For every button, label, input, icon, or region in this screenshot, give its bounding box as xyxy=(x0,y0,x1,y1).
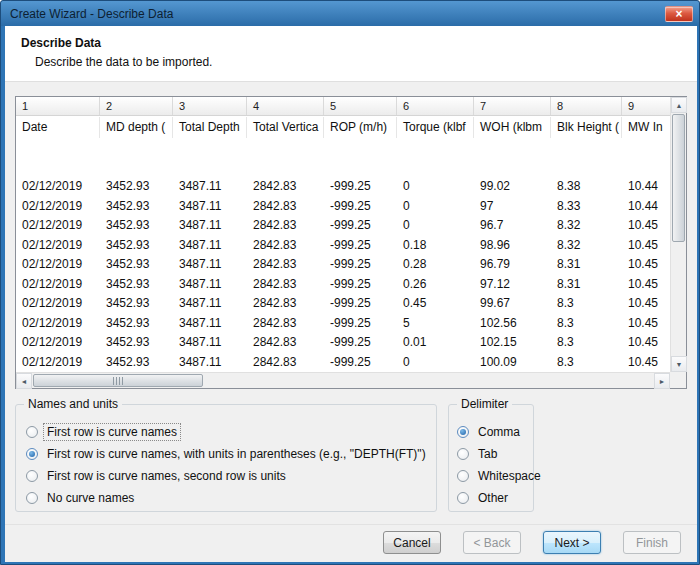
horizontal-scroll-thumb[interactable] xyxy=(33,374,203,387)
radio-label: Other xyxy=(475,490,511,506)
table-cell: 02/12/2019 xyxy=(16,197,100,217)
radio-button-icon xyxy=(457,426,469,438)
table-cell: 0 xyxy=(397,216,474,236)
table-cell: 3452.93 xyxy=(100,353,173,373)
column-index-header[interactable]: 9 xyxy=(622,97,670,115)
delimiter-radio-whitespace[interactable]: Whitespace xyxy=(457,465,533,487)
delimiter-groupbox: Delimiter CommaTabWhitespaceOther xyxy=(448,404,534,512)
close-icon: × xyxy=(675,7,682,21)
dialog-content: Describe Data Describe the data to be im… xyxy=(5,26,697,562)
column-index-header[interactable]: 4 xyxy=(247,97,324,115)
names-radio-first-row-is-curve-names[interactable]: First row is curve names xyxy=(26,421,436,443)
delimiter-radio-tab[interactable]: Tab xyxy=(457,443,533,465)
table-cell: 96.7 xyxy=(474,216,551,236)
page-title: Describe Data xyxy=(21,36,697,50)
scroll-right-button[interactable]: ► xyxy=(654,373,670,389)
table-cell: 10.45 xyxy=(622,275,670,295)
titlebar[interactable]: Create Wizard - Describe Data × xyxy=(1,1,699,26)
names-radio-no-curve-names[interactable]: No curve names xyxy=(26,487,436,509)
table-cell: 02/12/2019 xyxy=(16,333,100,353)
column-index-header[interactable]: 2 xyxy=(100,97,173,115)
table-row[interactable]: 02/12/20193452.933487.112842.83-999.250.… xyxy=(16,255,670,275)
table-cell: 3452.93 xyxy=(100,294,173,314)
table-cell: 02/12/2019 xyxy=(16,177,100,197)
table-cell: 2842.83 xyxy=(247,333,324,353)
table-cell: 10.45 xyxy=(622,236,670,256)
vertical-scroll-thumb[interactable] xyxy=(672,114,685,242)
back-button[interactable]: < Back xyxy=(463,531,521,554)
table-row[interactable]: 02/12/20193452.933487.112842.83-999.2509… xyxy=(16,216,670,236)
next-button[interactable]: Next > xyxy=(543,531,601,554)
column-index-header[interactable]: 1 xyxy=(16,97,100,115)
table-cell: 99.67 xyxy=(474,294,551,314)
table-row[interactable]: 02/12/20193452.933487.112842.83-999.250.… xyxy=(16,294,670,314)
scroll-left-button[interactable]: ◄ xyxy=(16,373,32,389)
table-cell: 97.12 xyxy=(474,275,551,295)
vertical-scrollbar[interactable]: ▲ ▼ xyxy=(670,97,686,372)
table-cell: 2842.83 xyxy=(247,275,324,295)
delimiter-radio-other[interactable]: Other xyxy=(457,487,533,509)
column-index-header[interactable]: 5 xyxy=(324,97,397,115)
table-cell: 3487.11 xyxy=(173,294,247,314)
table-cell: 3487.11 xyxy=(173,353,247,373)
table-cell: 102.56 xyxy=(474,314,551,334)
column-name-header: Total Vertica xyxy=(247,117,324,138)
radio-button-icon xyxy=(26,448,38,460)
table-cell: -999.25 xyxy=(324,353,397,373)
table-cell: -999.25 xyxy=(324,236,397,256)
radio-label: Tab xyxy=(475,446,500,462)
radio-button-icon xyxy=(26,426,38,438)
table-cell: 2842.83 xyxy=(247,353,324,373)
table-cell: 10.45 xyxy=(622,294,670,314)
table-row[interactable]: 02/12/20193452.933487.112842.83-999.250.… xyxy=(16,333,670,353)
table-cell: 8.31 xyxy=(551,275,622,295)
column-index-header[interactable]: 8 xyxy=(551,97,622,115)
table-cell: 102.15 xyxy=(474,333,551,353)
table-row[interactable]: 02/12/20193452.933487.112842.83-999.250.… xyxy=(16,236,670,256)
table-cell: -999.25 xyxy=(324,255,397,275)
window-title: Create Wizard - Describe Data xyxy=(10,7,173,21)
wizard-header: Describe Data Describe the data to be im… xyxy=(5,26,697,82)
table-cell: 3452.93 xyxy=(100,216,173,236)
table-cell: 2842.83 xyxy=(247,236,324,256)
table-cell: 2842.83 xyxy=(247,255,324,275)
finish-button[interactable]: Finish xyxy=(623,531,681,554)
table-cell: 10.45 xyxy=(622,216,670,236)
scroll-down-button[interactable]: ▼ xyxy=(671,356,687,372)
column-index-header[interactable]: 3 xyxy=(173,97,247,115)
table-cell: 3487.11 xyxy=(173,314,247,334)
close-button[interactable]: × xyxy=(665,6,693,22)
delimiter-radio-comma[interactable]: Comma xyxy=(457,421,533,443)
scroll-left-icon: ◄ xyxy=(21,378,28,385)
table-cell: 02/12/2019 xyxy=(16,353,100,373)
names-and-units-title: Names and units xyxy=(24,397,122,411)
table-cell: 2842.83 xyxy=(247,197,324,217)
table-cell: 3487.11 xyxy=(173,236,247,256)
horizontal-scrollbar[interactable]: ◄ ► xyxy=(16,372,670,388)
table-row[interactable]: 02/12/20193452.933487.112842.83-999.2509… xyxy=(16,177,670,197)
table-cell: 8.33 xyxy=(551,197,622,217)
table-cell: 99.02 xyxy=(474,177,551,197)
grid-body: 02/12/20193452.933487.112842.83-999.2509… xyxy=(16,138,670,372)
table-cell: 10.45 xyxy=(622,314,670,334)
scroll-right-icon: ► xyxy=(659,378,666,385)
table-cell: 3452.93 xyxy=(100,236,173,256)
scroll-up-button[interactable]: ▲ xyxy=(671,97,687,113)
delimiter-title: Delimiter xyxy=(457,397,512,411)
table-cell: 02/12/2019 xyxy=(16,275,100,295)
column-index-header[interactable]: 6 xyxy=(397,97,474,115)
cancel-button[interactable]: Cancel xyxy=(383,531,441,554)
table-cell: 0 xyxy=(397,353,474,373)
table-cell: 3452.93 xyxy=(100,314,173,334)
radio-button-icon xyxy=(457,492,469,504)
table-row[interactable]: 02/12/20193452.933487.112842.83-999.2501… xyxy=(16,353,670,373)
names-radio-first-row-is-curve-names-with-units-in-parenthes[interactable]: First row is curve names, with units in … xyxy=(26,443,436,465)
column-index-header[interactable]: 7 xyxy=(474,97,551,115)
names-radio-first-row-is-curve-names-second-row-is-units[interactable]: First row is curve names, second row is … xyxy=(26,465,436,487)
table-row[interactable]: 02/12/20193452.933487.112842.83-999.250.… xyxy=(16,275,670,295)
table-cell: 2842.83 xyxy=(247,177,324,197)
table-row[interactable]: 02/12/20193452.933487.112842.83-999.2509… xyxy=(16,197,670,217)
table-cell: 0 xyxy=(397,197,474,217)
table-cell: 8.32 xyxy=(551,236,622,256)
table-row[interactable]: 02/12/20193452.933487.112842.83-999.2551… xyxy=(16,314,670,334)
